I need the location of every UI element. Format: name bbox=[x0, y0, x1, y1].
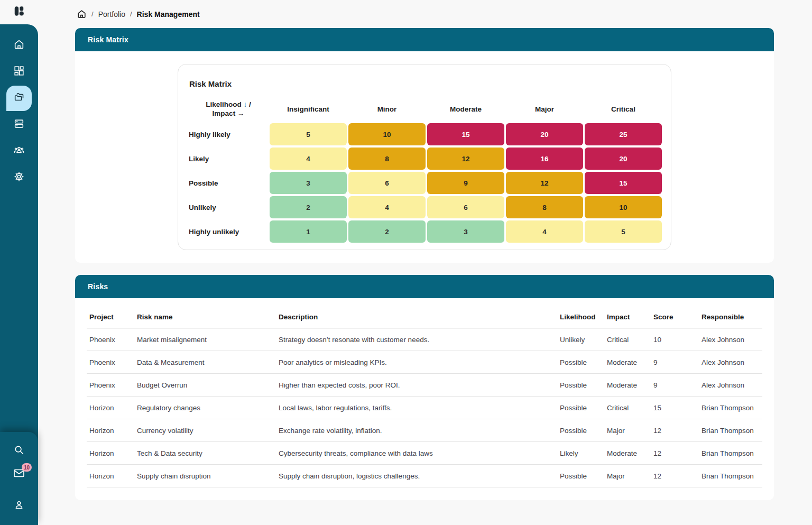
risk-cell-description: Exchange rate volatility, inflation. bbox=[276, 419, 557, 442]
risk-table-row: PhoenixMarket misalignementStrategy does… bbox=[87, 328, 762, 351]
risk-cell-description: Higher than expected costs, poor ROI. bbox=[276, 374, 557, 397]
risk-cell-project: Phoenix bbox=[87, 328, 134, 351]
risk-cell-likelihood: Possible bbox=[557, 465, 604, 487]
matrix-cell: 12 bbox=[427, 148, 504, 170]
breadcrumb-item-current: Risk Management bbox=[137, 10, 200, 19]
folders-icon bbox=[13, 91, 25, 105]
risk-cell-score: 9 bbox=[651, 351, 699, 374]
home-icon bbox=[13, 39, 25, 52]
matrix-cell: 8 bbox=[348, 148, 426, 170]
matrix-cell: 2 bbox=[348, 220, 426, 243]
matrix-cell: 3 bbox=[427, 220, 504, 243]
risks-column-header: Responsible bbox=[699, 298, 762, 328]
matrix-cell: 15 bbox=[585, 172, 662, 194]
risk-cell-responsible: Alex Johnson bbox=[699, 374, 762, 397]
people-icon bbox=[13, 144, 25, 158]
risks-column-header: Likelihood bbox=[557, 298, 604, 328]
risk-matrix-title: Risk Matrix bbox=[189, 79, 661, 88]
search-icon bbox=[13, 444, 25, 458]
risk-matrix-panel: Risk Matrix Risk Matrix Likelihood ↓ / I… bbox=[75, 28, 774, 263]
matrix-cell: 5 bbox=[585, 220, 662, 243]
matrix-cell: 15 bbox=[427, 123, 504, 145]
matrix-cell: 4 bbox=[348, 196, 426, 218]
risks-panel: Risks ProjectRisk nameDescriptionLikelih… bbox=[75, 275, 774, 500]
risk-cell-responsible: Brian Thompson bbox=[699, 442, 762, 465]
risk-cell-score: 10 bbox=[651, 328, 699, 351]
gear-icon bbox=[13, 171, 25, 185]
risk-cell-name: Currency volatility bbox=[134, 419, 276, 442]
matrix-row-label: Highly likely bbox=[189, 123, 268, 145]
inbox-button[interactable]: 10 bbox=[8, 464, 30, 485]
risks-panel-body: ProjectRisk nameDescriptionLikelihoodImp… bbox=[75, 298, 774, 500]
storage-icon bbox=[13, 118, 25, 132]
sidebar-item-records[interactable] bbox=[6, 112, 32, 137]
risk-table-row: PhoenixBudget OverrunHigher than expecte… bbox=[87, 374, 762, 397]
breadcrumb-item-portfolio[interactable]: Portfolio bbox=[98, 10, 125, 19]
matrix-row-label: Possible bbox=[189, 172, 268, 194]
risk-cell-responsible: Brian Thompson bbox=[699, 465, 762, 487]
matrix-cell: 5 bbox=[270, 123, 347, 145]
risk-cell-impact: Moderate bbox=[604, 442, 651, 465]
risk-table-row: HorizonTech & Data securityCybersecurity… bbox=[87, 442, 762, 465]
app-logo[interactable] bbox=[0, 0, 38, 24]
sidebar-item-dashboard[interactable] bbox=[6, 59, 32, 85]
risks-column-header: Score bbox=[651, 298, 699, 328]
sidebar-item-settings[interactable] bbox=[6, 165, 32, 190]
matrix-cell: 4 bbox=[270, 148, 347, 170]
matrix-axis-label: Likelihood ↓ / Impact → bbox=[189, 100, 268, 121]
sidebar-item-home[interactable] bbox=[6, 33, 32, 58]
risk-cell-project: Phoenix bbox=[87, 351, 134, 374]
risk-cell-impact: Major bbox=[604, 419, 651, 442]
risk-cell-project: Horizon bbox=[87, 419, 134, 442]
risk-cell-description: Strategy doesn’t resonate with customer … bbox=[276, 328, 557, 351]
matrix-cell: 8 bbox=[506, 196, 583, 218]
risk-cell-impact: Critical bbox=[604, 397, 651, 419]
risks-table: ProjectRisk nameDescriptionLikelihoodImp… bbox=[87, 298, 762, 487]
mail-icon: 10 bbox=[13, 467, 25, 482]
matrix-cell: 6 bbox=[348, 172, 426, 194]
matrix-cell: 1 bbox=[270, 220, 347, 243]
risk-cell-description: Poor analytics or misleading KPIs. bbox=[276, 351, 557, 374]
risk-table-row: PhoenixData & MeasurementPoor analytics … bbox=[87, 351, 762, 374]
risk-cell-project: Phoenix bbox=[87, 374, 134, 397]
risk-cell-name: Supply chain disruption bbox=[134, 465, 276, 487]
profile-button[interactable] bbox=[8, 495, 30, 517]
risk-matrix-grid: Likelihood ↓ / Impact → InsignificantMin… bbox=[189, 100, 661, 243]
matrix-column-header: Insignificant bbox=[270, 100, 347, 121]
risk-cell-responsible: Brian Thompson bbox=[699, 419, 762, 442]
risk-cell-score: 15 bbox=[651, 397, 699, 419]
risk-cell-name: Regulatory changes bbox=[134, 397, 276, 419]
matrix-cell: 16 bbox=[506, 148, 583, 170]
risk-table-row: HorizonCurrency volatilityExchange rate … bbox=[87, 419, 762, 442]
matrix-row-label: Likely bbox=[189, 148, 268, 170]
matrix-cell: 20 bbox=[585, 148, 662, 170]
risk-cell-project: Horizon bbox=[87, 397, 134, 419]
app-root: 10 bbox=[0, 0, 812, 525]
risk-matrix-panel-header: Risk Matrix bbox=[75, 28, 774, 51]
matrix-cell: 20 bbox=[506, 123, 583, 145]
sidebar-item-portfolio[interactable] bbox=[6, 86, 32, 111]
risk-table-row: HorizonRegulatory changesLocal laws, lab… bbox=[87, 397, 762, 419]
matrix-column-header: Moderate bbox=[427, 100, 504, 121]
risk-cell-responsible: Brian Thompson bbox=[699, 397, 762, 419]
matrix-cell: 10 bbox=[585, 196, 662, 218]
breadcrumb-home[interactable] bbox=[77, 9, 87, 19]
search-button[interactable] bbox=[8, 440, 30, 462]
matrix-cell: 4 bbox=[506, 220, 583, 243]
inbox-badge: 10 bbox=[22, 463, 32, 472]
matrix-row-label: Unlikely bbox=[189, 196, 268, 218]
sidebar-footer: 10 bbox=[0, 432, 38, 525]
risk-matrix-card: Risk Matrix Likelihood ↓ / Impact → Insi… bbox=[178, 64, 671, 250]
risk-cell-score: 12 bbox=[651, 419, 699, 442]
risk-cell-likelihood: Possible bbox=[557, 397, 604, 419]
risk-cell-responsible: Alex Johnson bbox=[699, 351, 762, 374]
risk-cell-likelihood: Unlikely bbox=[557, 328, 604, 351]
dashboard-icon bbox=[13, 65, 25, 79]
matrix-column-header: Critical bbox=[585, 100, 662, 121]
risk-cell-impact: Critical bbox=[604, 328, 651, 351]
matrix-row-label: Highly unlikely bbox=[189, 220, 268, 243]
risk-cell-impact: Moderate bbox=[604, 351, 651, 374]
risk-cell-responsible: Alex Johnson bbox=[699, 328, 762, 351]
sidebar-item-team[interactable] bbox=[6, 139, 32, 164]
risk-cell-name: Market misalignement bbox=[134, 328, 276, 351]
